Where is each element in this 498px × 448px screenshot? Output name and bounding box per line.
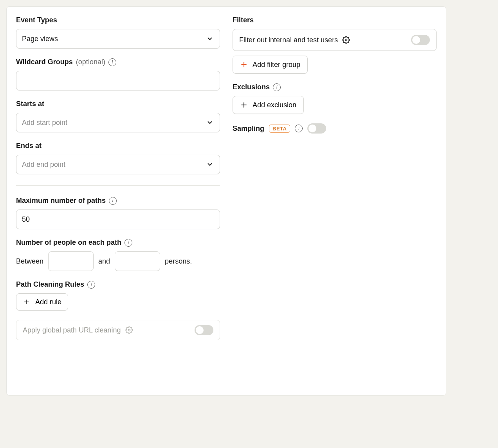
starts-at-select[interactable]: Add start point	[16, 113, 220, 132]
wildcard-optional: (optional)	[76, 58, 105, 66]
filter-internal-label: Filter out internal and test users	[239, 36, 338, 44]
ends-at-select[interactable]: Add end point	[16, 155, 220, 174]
info-icon[interactable]: i	[273, 83, 281, 91]
people-path-section: Number of people on each path i Between …	[16, 238, 220, 271]
filters-label: Filters	[233, 16, 437, 24]
info-icon[interactable]: i	[295, 125, 303, 132]
add-exclusion-label: Add exclusion	[253, 101, 296, 109]
people-path-row: Between and persons.	[16, 251, 220, 271]
columns: Event Types Page views Wildcard Groups (…	[16, 16, 437, 340]
wildcard-input[interactable]	[16, 71, 220, 90]
sampling-label: Sampling	[233, 125, 264, 133]
add-filter-group-label: Add filter group	[253, 61, 300, 69]
persons-label: persons.	[165, 257, 192, 266]
add-rule-label: Add rule	[35, 298, 61, 306]
event-types-select[interactable]: Page views	[16, 29, 220, 49]
people-min-input[interactable]	[53, 252, 88, 271]
chevron-down-icon	[206, 118, 214, 127]
path-cleaning-label: Path Cleaning Rules i	[16, 280, 220, 289]
global-cleaning-label: Apply global path URL cleaning	[23, 326, 121, 334]
add-exclusion-row: Add exclusion	[233, 96, 437, 114]
and-label: and	[98, 257, 110, 266]
max-paths-label: Maximum number of paths i	[16, 197, 220, 205]
starts-at-placeholder: Add start point	[22, 119, 67, 127]
add-rule-button[interactable]: Add rule	[16, 293, 68, 311]
max-paths-input[interactable]	[22, 210, 214, 229]
ends-at-section: Ends at Add end point	[16, 142, 220, 174]
people-path-label: Number of people on each path i	[16, 238, 220, 247]
event-types-section: Event Types Page views	[16, 16, 220, 49]
path-cleaning-section: Path Cleaning Rules i Add rule Apply glo…	[16, 280, 220, 340]
chevron-down-icon	[206, 34, 214, 43]
svg-point-3	[345, 39, 347, 41]
info-icon[interactable]: i	[125, 239, 132, 247]
gear-icon[interactable]	[342, 36, 350, 44]
filters-section: Filters Filter out internal and test use…	[233, 16, 437, 74]
chevron-down-icon	[206, 160, 214, 169]
ends-at-placeholder: Add end point	[22, 161, 65, 169]
gear-icon[interactable]	[125, 326, 134, 334]
sampling-row: Sampling BETA i	[233, 123, 437, 134]
people-min-wrap[interactable]	[48, 251, 94, 271]
beta-badge: BETA	[269, 125, 290, 133]
info-icon[interactable]: i	[87, 281, 95, 289]
plus-icon	[23, 298, 31, 306]
left-column: Event Types Page views Wildcard Groups (…	[16, 16, 220, 340]
config-card: Event Types Page views Wildcard Groups (…	[6, 6, 446, 396]
event-types-label: Event Types	[16, 16, 220, 24]
add-filter-group-button[interactable]: Add filter group	[233, 56, 308, 74]
wildcard-section: Wildcard Groups (optional) i	[16, 58, 220, 90]
svg-point-2	[128, 329, 130, 331]
starts-at-section: Starts at Add start point	[16, 100, 220, 132]
people-max-wrap[interactable]	[115, 251, 160, 271]
info-icon[interactable]: i	[109, 197, 117, 205]
exclusions-label: Exclusions i	[233, 83, 437, 91]
max-paths-section: Maximum number of paths i	[16, 197, 220, 229]
add-filter-group-row: Add filter group	[233, 56, 437, 74]
right-column: Filters Filter out internal and test use…	[233, 16, 437, 340]
event-types-value: Page views	[22, 35, 58, 43]
filter-internal-card: Filter out internal and test users	[233, 29, 437, 51]
filter-internal-left: Filter out internal and test users	[239, 36, 350, 44]
filter-internal-toggle[interactable]	[411, 35, 430, 45]
exclusions-section: Exclusions i Add exclusion	[233, 83, 437, 114]
wildcard-field[interactable]	[22, 71, 214, 90]
divider	[16, 185, 220, 186]
global-cleaning-left: Apply global path URL cleaning	[23, 326, 134, 334]
add-rule-row: Add rule	[16, 293, 220, 311]
global-cleaning-toggle[interactable]	[195, 325, 213, 335]
between-label: Between	[16, 257, 43, 266]
plus-icon	[240, 101, 248, 109]
sampling-section: Sampling BETA i	[233, 123, 437, 134]
global-cleaning-card: Apply global path URL cleaning	[16, 320, 220, 340]
people-max-input[interactable]	[120, 252, 155, 271]
max-paths-input-wrap[interactable]	[16, 210, 220, 229]
wildcard-label: Wildcard Groups (optional) i	[16, 58, 220, 66]
ends-at-label: Ends at	[16, 142, 220, 150]
starts-at-label: Starts at	[16, 100, 220, 108]
add-exclusion-button[interactable]: Add exclusion	[233, 96, 304, 114]
sampling-toggle[interactable]	[307, 123, 326, 134]
plus-icon	[240, 61, 248, 69]
info-icon[interactable]: i	[108, 58, 116, 66]
